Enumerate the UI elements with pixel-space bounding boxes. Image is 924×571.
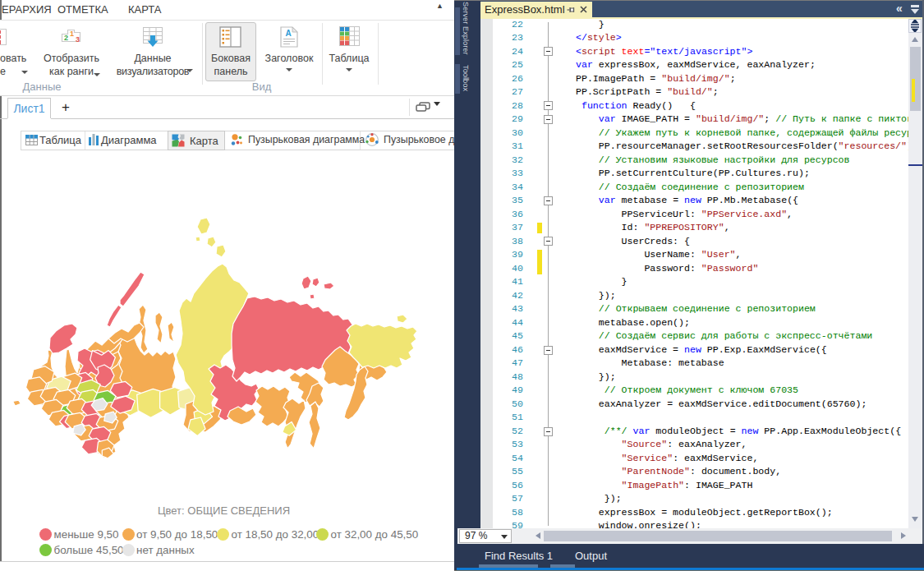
svg-text:3: 3 (76, 35, 80, 44)
svg-text:2: 2 (64, 34, 68, 42)
svg-text:A: A (286, 29, 292, 38)
svg-text:1: 1 (70, 30, 74, 38)
